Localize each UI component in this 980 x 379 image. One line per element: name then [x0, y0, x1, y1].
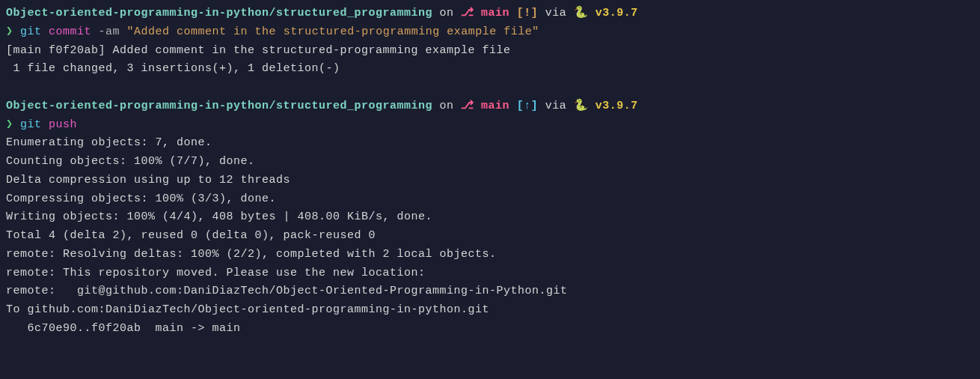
output-line: remote: This repository moved. Please us… — [6, 264, 974, 283]
git-status-dirty: [!] — [517, 7, 539, 19]
branch-icon: ⎇ — [461, 7, 474, 19]
prompt-line-2: Object-oriented-programming-in-python/st… — [6, 97, 974, 116]
output-line: Delta compression using up to 12 threads — [6, 172, 974, 190]
prompt-path: Object-oriented-programming-in-python/st… — [6, 100, 432, 112]
output-line: Writing objects: 100% (4/4), 408 bytes |… — [6, 208, 974, 227]
prompt-path: Object-oriented-programming-in-python/st… — [6, 7, 432, 19]
branch-icon: ⎇ — [461, 100, 474, 112]
command-line-2: ❯ git push — [6, 116, 974, 135]
python-icon: 🐍 — [574, 7, 595, 19]
prompt-on: on — [432, 100, 461, 112]
output-line: Total 4 (delta 2), reused 0 (delta 0), p… — [6, 227, 974, 246]
blank-line — [6, 79, 974, 97]
output-line: Compressing objects: 100% (3/3), done. — [6, 190, 974, 209]
cmd-flag: -am — [99, 25, 127, 38]
prompt-arrow-icon: ❯ — [6, 118, 20, 131]
branch-name: main — [474, 100, 517, 112]
python-version: v3.9.7 — [595, 100, 638, 112]
cmd-subcommand: push — [49, 118, 77, 131]
cmd-git: git — [20, 118, 49, 131]
output-line: remote: Resolving deltas: 100% (2/2), co… — [6, 246, 974, 264]
cmd-subcommand: commit — [49, 25, 99, 38]
prompt-via: via — [538, 100, 574, 112]
prompt-line-1: Object-oriented-programming-in-python/st… — [6, 4, 974, 23]
output-line: Counting objects: 100% (7/7), done. — [6, 153, 974, 172]
branch-name: main — [474, 7, 517, 19]
output-line: remote: git@github.com:DaniDiazTech/Obje… — [6, 282, 974, 301]
python-version: v3.9.7 — [595, 7, 638, 19]
output-line: 6c70e90..f0f20ab main -> main — [6, 320, 974, 339]
cmd-string: "Added comment in the structured-program… — [127, 25, 539, 38]
prompt-on: on — [432, 7, 461, 19]
python-icon: 🐍 — [574, 100, 595, 112]
output-line: [main f0f20ab] Added comment in the stru… — [6, 42, 974, 61]
cmd-git: git — [20, 25, 49, 38]
blank-line — [6, 339, 974, 357]
output-line: 1 file changed, 3 insertions(+), 1 delet… — [6, 60, 974, 79]
git-status-ahead: [↑] — [517, 100, 539, 112]
command-line-1: ❯ git commit -am "Added comment in the s… — [6, 23, 974, 42]
output-line: To github.com:DaniDiazTech/Object-orient… — [6, 301, 974, 320]
terminal-output[interactable]: Object-oriented-programming-in-python/st… — [6, 4, 974, 357]
output-line: Enumerating objects: 7, done. — [6, 134, 974, 153]
prompt-arrow-icon: ❯ — [6, 25, 20, 38]
prompt-via: via — [538, 7, 574, 19]
